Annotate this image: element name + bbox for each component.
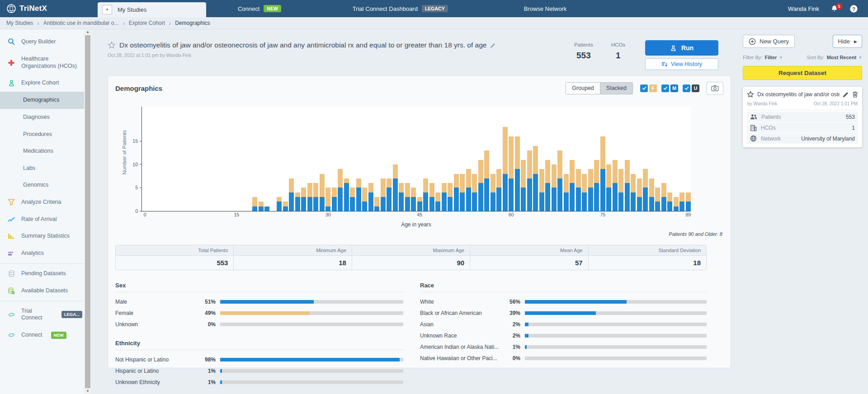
sidebar-item-analytics[interactable]: Analytics xyxy=(0,245,84,262)
age-bar-75[interactable] xyxy=(600,136,605,211)
age-bar-64[interactable] xyxy=(533,146,538,211)
age-bar-72[interactable] xyxy=(582,174,587,211)
age-bar-51[interactable] xyxy=(454,174,459,211)
scrollbar-thumb[interactable] xyxy=(85,35,90,388)
sidebar-item-genomics[interactable]: Genomics xyxy=(0,177,84,194)
breadcrumb-explore-cohort[interactable]: Explore Cohort xyxy=(129,20,165,26)
nav-link-browse-network[interactable]: Browse Network xyxy=(524,5,567,12)
sidebar-item-rate-of-arrival[interactable]: Rate of Arrival xyxy=(0,211,84,228)
age-bar-65[interactable] xyxy=(539,169,544,211)
nav-link-trial-connect-dashboard[interactable]: Trial Connect Dashboard LEGACY xyxy=(353,5,448,12)
age-bar-84[interactable] xyxy=(655,188,660,211)
sidebar-scrollbar[interactable]: ▲ ▼ xyxy=(84,29,91,394)
sidebar-item-healthcare-organizations-hcos[interactable]: Healthcare Organizations (HCOs) xyxy=(0,51,84,75)
age-bar-49[interactable] xyxy=(442,183,447,211)
age-bar-55[interactable] xyxy=(478,160,483,211)
notifications-button[interactable]: 1 xyxy=(831,5,838,12)
age-bar-56[interactable] xyxy=(484,150,489,211)
age-bar-71[interactable] xyxy=(576,169,581,211)
age-bar-79[interactable] xyxy=(625,160,630,211)
sidebar-item-diagnoses[interactable]: Diagnoses xyxy=(0,109,84,126)
age-bar-45[interactable] xyxy=(417,197,422,211)
age-bar-62[interactable] xyxy=(521,160,526,211)
age-bar-23[interactable] xyxy=(283,202,288,211)
age-bar-37[interactable] xyxy=(368,183,373,211)
breadcrumb-study[interactable]: Antibiotic use in mandibular o... xyxy=(43,20,119,26)
chart-snapshot-button[interactable] xyxy=(707,82,723,95)
age-bar-54[interactable] xyxy=(472,174,477,211)
edit-title-icon[interactable] xyxy=(490,42,496,48)
sidebar-item-pending-datasets[interactable]: Pending Datasets xyxy=(0,265,84,282)
age-bar-80[interactable] xyxy=(631,174,636,211)
age-bar-57[interactable] xyxy=(491,174,495,211)
age-bar-70[interactable] xyxy=(570,160,575,211)
nav-link-connect[interactable]: Connect NEW xyxy=(238,5,281,12)
toggle-stacked[interactable]: Stacked xyxy=(600,82,633,94)
delete-query-icon[interactable] xyxy=(852,91,858,98)
sidebar-item-query-builder[interactable]: Query Builder xyxy=(0,33,84,51)
hide-panel-button[interactable]: Hide ▶ xyxy=(833,35,862,48)
age-bar-60[interactable] xyxy=(509,136,514,211)
age-bar-82[interactable] xyxy=(643,169,648,211)
age-bar-88[interactable] xyxy=(679,192,684,211)
age-bar-81[interactable] xyxy=(637,178,642,211)
age-bar-40[interactable] xyxy=(387,178,392,211)
age-bar-83[interactable] xyxy=(649,178,654,211)
query-card[interactable]: Dx osteomyelitis of jaw and/or osteone..… xyxy=(743,87,862,147)
age-bar-66[interactable] xyxy=(545,160,550,211)
sidebar-item-summary-statistics[interactable]: Summary Statistics xyxy=(0,228,84,245)
my-studies-dropdown[interactable]: ▼ xyxy=(102,5,112,14)
age-bar-86[interactable] xyxy=(667,192,672,211)
sidebar-item-demographics[interactable]: Demographics xyxy=(0,92,84,109)
age-bar-44[interactable] xyxy=(411,188,416,211)
age-bar-41[interactable] xyxy=(393,164,398,211)
age-bar-43[interactable] xyxy=(405,183,410,211)
age-bar-69[interactable] xyxy=(564,174,569,211)
age-bar-76[interactable] xyxy=(606,164,611,211)
checkbox-checked-icon[interactable] xyxy=(640,84,648,92)
age-bar-46[interactable] xyxy=(423,178,428,211)
sidebar-item-available-datasets[interactable]: Available Datasets xyxy=(0,282,84,300)
age-bar-26[interactable] xyxy=(301,188,306,211)
age-bar-28[interactable] xyxy=(313,183,318,211)
age-bar-48[interactable] xyxy=(435,192,440,211)
new-query-button[interactable]: New Query xyxy=(743,35,795,48)
age-bar-33[interactable] xyxy=(344,178,349,211)
age-bar-42[interactable] xyxy=(399,183,404,211)
age-bar-32[interactable] xyxy=(338,169,343,211)
sidebar-item-analyze-criteria[interactable]: Analyze Criteria xyxy=(0,194,84,211)
age-bar-63[interactable] xyxy=(527,150,532,211)
age-bar-35[interactable] xyxy=(356,178,361,211)
age-bar-29[interactable] xyxy=(320,174,325,211)
scroll-down-icon[interactable]: ▼ xyxy=(86,389,90,394)
age-bar-24[interactable] xyxy=(289,178,294,211)
checkbox-checked-icon[interactable] xyxy=(683,84,690,92)
age-bar-22[interactable] xyxy=(277,197,282,211)
breadcrumb-my-studies[interactable]: My Studies xyxy=(6,20,33,26)
run-button[interactable]: Run xyxy=(645,40,718,56)
age-bar-19[interactable] xyxy=(259,202,264,211)
age-bar-25[interactable] xyxy=(295,192,300,211)
query-card-star-icon[interactable] xyxy=(747,91,754,98)
sidebar-item-labs[interactable]: Labs xyxy=(0,160,84,177)
age-bar-20[interactable] xyxy=(264,206,269,211)
sidebar-item-connect[interactable]: ConnectNEW xyxy=(0,327,84,344)
age-bar-74[interactable] xyxy=(594,160,599,211)
age-bar-39[interactable] xyxy=(381,178,386,211)
age-bar-89[interactable] xyxy=(686,192,691,211)
edit-query-icon[interactable] xyxy=(843,91,849,98)
filter-by-dropdown[interactable]: Filter By: Filter ▼ xyxy=(743,55,783,60)
age-bar-52[interactable] xyxy=(460,174,465,211)
age-bar-38[interactable] xyxy=(374,197,379,211)
favorite-star-icon[interactable] xyxy=(108,41,116,49)
user-name[interactable]: Wanda Fink xyxy=(788,5,819,12)
age-bar-50[interactable] xyxy=(448,183,453,211)
view-history-button[interactable]: View History xyxy=(645,58,718,70)
age-bar-53[interactable] xyxy=(466,169,471,211)
checkbox-checked-icon[interactable] xyxy=(661,84,669,92)
age-bar-85[interactable] xyxy=(661,183,666,211)
sort-by-dropdown[interactable]: Sort By: Most Recent ▼ xyxy=(807,55,862,60)
sidebar-item-medications[interactable]: Medications xyxy=(0,143,84,160)
age-bar-77[interactable] xyxy=(613,160,618,211)
filter-checkbox-f[interactable]: F xyxy=(640,84,657,92)
